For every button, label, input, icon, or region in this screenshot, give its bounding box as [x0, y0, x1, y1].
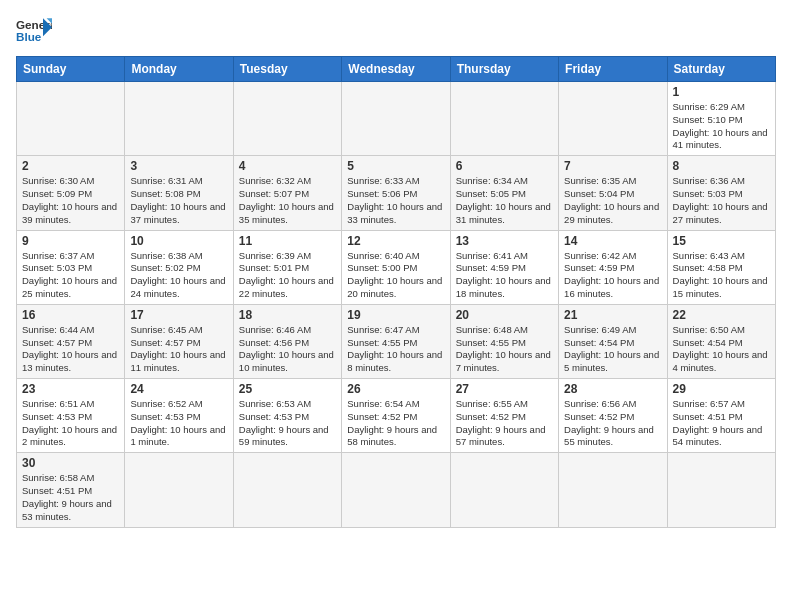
day-info: Sunrise: 6:58 AM Sunset: 4:51 PM Dayligh…	[22, 472, 119, 523]
day-number: 11	[239, 234, 336, 248]
day-header-friday: Friday	[559, 57, 667, 82]
day-info: Sunrise: 6:29 AM Sunset: 5:10 PM Dayligh…	[673, 101, 770, 152]
day-header-saturday: Saturday	[667, 57, 775, 82]
day-number: 26	[347, 382, 444, 396]
day-info: Sunrise: 6:39 AM Sunset: 5:01 PM Dayligh…	[239, 250, 336, 301]
day-info: Sunrise: 6:53 AM Sunset: 4:53 PM Dayligh…	[239, 398, 336, 449]
day-info: Sunrise: 6:41 AM Sunset: 4:59 PM Dayligh…	[456, 250, 553, 301]
day-number: 2	[22, 159, 119, 173]
day-number: 4	[239, 159, 336, 173]
calendar-cell: 30Sunrise: 6:58 AM Sunset: 4:51 PM Dayli…	[17, 453, 125, 527]
calendar-cell	[17, 82, 125, 156]
day-number: 14	[564, 234, 661, 248]
day-number: 3	[130, 159, 227, 173]
day-number: 27	[456, 382, 553, 396]
calendar-cell: 17Sunrise: 6:45 AM Sunset: 4:57 PM Dayli…	[125, 304, 233, 378]
calendar-cell: 1Sunrise: 6:29 AM Sunset: 5:10 PM Daylig…	[667, 82, 775, 156]
day-number: 17	[130, 308, 227, 322]
day-info: Sunrise: 6:51 AM Sunset: 4:53 PM Dayligh…	[22, 398, 119, 449]
day-number: 12	[347, 234, 444, 248]
calendar-cell: 10Sunrise: 6:38 AM Sunset: 5:02 PM Dayli…	[125, 230, 233, 304]
calendar-cell: 23Sunrise: 6:51 AM Sunset: 4:53 PM Dayli…	[17, 379, 125, 453]
calendar-week-2: 2Sunrise: 6:30 AM Sunset: 5:09 PM Daylig…	[17, 156, 776, 230]
calendar-cell: 2Sunrise: 6:30 AM Sunset: 5:09 PM Daylig…	[17, 156, 125, 230]
day-info: Sunrise: 6:48 AM Sunset: 4:55 PM Dayligh…	[456, 324, 553, 375]
day-number: 23	[22, 382, 119, 396]
calendar-cell: 20Sunrise: 6:48 AM Sunset: 4:55 PM Dayli…	[450, 304, 558, 378]
day-header-tuesday: Tuesday	[233, 57, 341, 82]
day-number: 19	[347, 308, 444, 322]
calendar-week-3: 9Sunrise: 6:37 AM Sunset: 5:03 PM Daylig…	[17, 230, 776, 304]
calendar-week-1: 1Sunrise: 6:29 AM Sunset: 5:10 PM Daylig…	[17, 82, 776, 156]
day-info: Sunrise: 6:55 AM Sunset: 4:52 PM Dayligh…	[456, 398, 553, 449]
day-number: 8	[673, 159, 770, 173]
calendar-cell: 18Sunrise: 6:46 AM Sunset: 4:56 PM Dayli…	[233, 304, 341, 378]
day-number: 18	[239, 308, 336, 322]
day-number: 13	[456, 234, 553, 248]
calendar-cell: 12Sunrise: 6:40 AM Sunset: 5:00 PM Dayli…	[342, 230, 450, 304]
calendar-cell	[233, 82, 341, 156]
day-number: 1	[673, 85, 770, 99]
calendar-cell: 24Sunrise: 6:52 AM Sunset: 4:53 PM Dayli…	[125, 379, 233, 453]
calendar-cell	[559, 82, 667, 156]
calendar-cell: 14Sunrise: 6:42 AM Sunset: 4:59 PM Dayli…	[559, 230, 667, 304]
day-info: Sunrise: 6:56 AM Sunset: 4:52 PM Dayligh…	[564, 398, 661, 449]
calendar-cell	[125, 82, 233, 156]
logo-icon: General Blue	[16, 16, 52, 44]
day-number: 10	[130, 234, 227, 248]
day-info: Sunrise: 6:36 AM Sunset: 5:03 PM Dayligh…	[673, 175, 770, 226]
day-info: Sunrise: 6:50 AM Sunset: 4:54 PM Dayligh…	[673, 324, 770, 375]
day-number: 30	[22, 456, 119, 470]
day-info: Sunrise: 6:57 AM Sunset: 4:51 PM Dayligh…	[673, 398, 770, 449]
day-number: 7	[564, 159, 661, 173]
calendar-week-4: 16Sunrise: 6:44 AM Sunset: 4:57 PM Dayli…	[17, 304, 776, 378]
day-number: 22	[673, 308, 770, 322]
calendar-cell: 29Sunrise: 6:57 AM Sunset: 4:51 PM Dayli…	[667, 379, 775, 453]
day-info: Sunrise: 6:42 AM Sunset: 4:59 PM Dayligh…	[564, 250, 661, 301]
day-info: Sunrise: 6:44 AM Sunset: 4:57 PM Dayligh…	[22, 324, 119, 375]
day-info: Sunrise: 6:38 AM Sunset: 5:02 PM Dayligh…	[130, 250, 227, 301]
day-info: Sunrise: 6:46 AM Sunset: 4:56 PM Dayligh…	[239, 324, 336, 375]
day-info: Sunrise: 6:32 AM Sunset: 5:07 PM Dayligh…	[239, 175, 336, 226]
day-number: 20	[456, 308, 553, 322]
calendar-cell: 6Sunrise: 6:34 AM Sunset: 5:05 PM Daylig…	[450, 156, 558, 230]
day-header-wednesday: Wednesday	[342, 57, 450, 82]
day-number: 25	[239, 382, 336, 396]
day-info: Sunrise: 6:45 AM Sunset: 4:57 PM Dayligh…	[130, 324, 227, 375]
day-number: 5	[347, 159, 444, 173]
day-header-monday: Monday	[125, 57, 233, 82]
calendar-cell: 8Sunrise: 6:36 AM Sunset: 5:03 PM Daylig…	[667, 156, 775, 230]
calendar-cell: 15Sunrise: 6:43 AM Sunset: 4:58 PM Dayli…	[667, 230, 775, 304]
day-info: Sunrise: 6:34 AM Sunset: 5:05 PM Dayligh…	[456, 175, 553, 226]
day-info: Sunrise: 6:33 AM Sunset: 5:06 PM Dayligh…	[347, 175, 444, 226]
header: General Blue	[16, 16, 776, 44]
calendar-cell	[450, 453, 558, 527]
calendar-cell: 28Sunrise: 6:56 AM Sunset: 4:52 PM Dayli…	[559, 379, 667, 453]
calendar-cell: 27Sunrise: 6:55 AM Sunset: 4:52 PM Dayli…	[450, 379, 558, 453]
day-number: 29	[673, 382, 770, 396]
calendar-cell: 3Sunrise: 6:31 AM Sunset: 5:08 PM Daylig…	[125, 156, 233, 230]
day-header-thursday: Thursday	[450, 57, 558, 82]
calendar-cell: 9Sunrise: 6:37 AM Sunset: 5:03 PM Daylig…	[17, 230, 125, 304]
calendar-header-row: SundayMondayTuesdayWednesdayThursdayFrid…	[17, 57, 776, 82]
calendar-cell: 16Sunrise: 6:44 AM Sunset: 4:57 PM Dayli…	[17, 304, 125, 378]
calendar-cell: 11Sunrise: 6:39 AM Sunset: 5:01 PM Dayli…	[233, 230, 341, 304]
calendar-cell	[342, 82, 450, 156]
day-number: 9	[22, 234, 119, 248]
day-info: Sunrise: 6:49 AM Sunset: 4:54 PM Dayligh…	[564, 324, 661, 375]
calendar-cell: 7Sunrise: 6:35 AM Sunset: 5:04 PM Daylig…	[559, 156, 667, 230]
calendar-table: SundayMondayTuesdayWednesdayThursdayFrid…	[16, 56, 776, 528]
calendar-cell: 13Sunrise: 6:41 AM Sunset: 4:59 PM Dayli…	[450, 230, 558, 304]
calendar-cell: 4Sunrise: 6:32 AM Sunset: 5:07 PM Daylig…	[233, 156, 341, 230]
day-number: 16	[22, 308, 119, 322]
calendar-cell	[233, 453, 341, 527]
day-info: Sunrise: 6:30 AM Sunset: 5:09 PM Dayligh…	[22, 175, 119, 226]
calendar-week-6: 30Sunrise: 6:58 AM Sunset: 4:51 PM Dayli…	[17, 453, 776, 527]
calendar-cell: 21Sunrise: 6:49 AM Sunset: 4:54 PM Dayli…	[559, 304, 667, 378]
day-info: Sunrise: 6:31 AM Sunset: 5:08 PM Dayligh…	[130, 175, 227, 226]
day-info: Sunrise: 6:47 AM Sunset: 4:55 PM Dayligh…	[347, 324, 444, 375]
day-number: 24	[130, 382, 227, 396]
day-info: Sunrise: 6:54 AM Sunset: 4:52 PM Dayligh…	[347, 398, 444, 449]
calendar-cell: 26Sunrise: 6:54 AM Sunset: 4:52 PM Dayli…	[342, 379, 450, 453]
calendar-cell	[450, 82, 558, 156]
